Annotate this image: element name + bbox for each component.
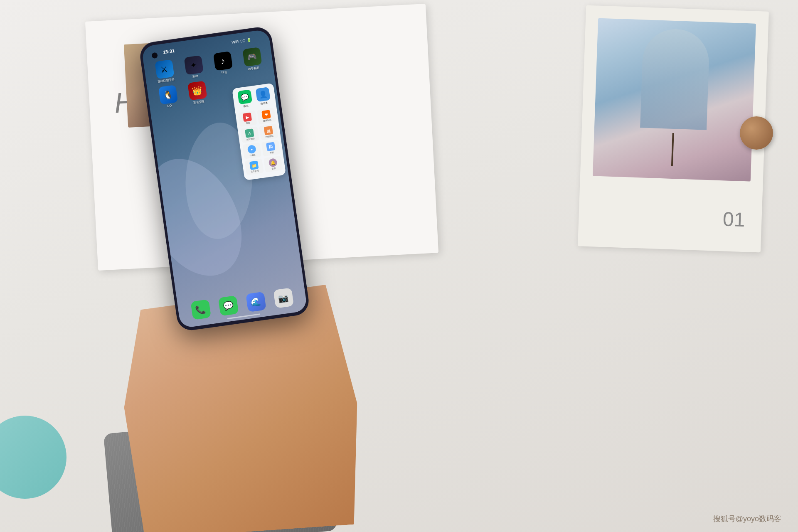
camera-icon: 📷 xyxy=(278,292,289,303)
pubg-label: 和平精英 xyxy=(248,66,260,71)
bell-icon: 🔔 xyxy=(268,158,278,167)
battery-icon: 🔋 xyxy=(246,38,251,42)
tiktok-icon: ♪ xyxy=(220,56,225,66)
app-icon-genshin[interactable]: ✦ 原神 xyxy=(180,54,209,80)
app-icon-qq-img: 🐧 xyxy=(158,85,177,104)
contacts-icon: 👤 xyxy=(258,90,267,99)
panel-photos[interactable]: 🖼 相册 xyxy=(261,140,281,157)
wechat-icon: 💬 xyxy=(240,92,249,101)
files-icon-sym: 📁 xyxy=(251,163,257,168)
contacts-label: 电话本 xyxy=(260,101,268,106)
dock-camera[interactable]: 📷 xyxy=(273,288,294,308)
app-icon-hok-img: 👑 xyxy=(187,81,207,100)
dock-messages[interactable]: 💬 xyxy=(218,296,239,316)
pubg-icon: 🎮 xyxy=(247,52,257,62)
panel-health[interactable]: ❤ 健康运动 xyxy=(257,108,276,125)
brown-cylinder-decoration xyxy=(740,116,773,150)
theme-icon: 🌊 xyxy=(250,296,261,308)
hok-icon: 👑 xyxy=(191,85,203,96)
wechat-label: 微信 xyxy=(244,104,249,108)
panel-miniapp[interactable]: ▦ 小程序站 xyxy=(259,123,278,140)
photos-label: 相册 xyxy=(269,151,274,154)
panel-contacts[interactable]: 👤 电话本 xyxy=(256,87,271,106)
miniapp-label: 小程序站 xyxy=(265,135,274,138)
qq-label: QQ xyxy=(167,104,172,107)
wifi-icon: WiFi xyxy=(232,39,239,44)
status-icons: WiFi 5G 🔋 xyxy=(232,38,251,44)
app-icon-hok[interactable]: 👑 王者荣耀 xyxy=(183,80,212,106)
video-icon: ▶ xyxy=(243,113,252,122)
panel-translate[interactable]: A 实时翻译 xyxy=(240,126,259,143)
contacts-circle: 👤 xyxy=(256,87,271,102)
messages-icon: 💬 xyxy=(222,300,234,311)
app-icon-lol[interactable]: ⚔ 英雄联盟手游 xyxy=(150,59,179,84)
panel-row-4: 📁 文件管理 🔔 音量 xyxy=(244,156,283,175)
signal-icon: 5G xyxy=(240,39,246,44)
lol-icon: ⚔ xyxy=(160,64,169,74)
health-icon: ❤ xyxy=(261,110,271,119)
video-icon-sym: ▶ xyxy=(245,115,249,120)
photos-icon: 🖼 xyxy=(266,142,276,151)
status-time: 15:31 xyxy=(163,48,175,55)
calc-icon-sym: ● xyxy=(251,147,253,151)
app-icon-tiktok[interactable]: ♪ 抖音 xyxy=(209,51,238,76)
paper-number: 01 xyxy=(722,207,745,231)
photos-icon-sym: 🖼 xyxy=(268,144,273,149)
calc-label: 计算器 xyxy=(249,153,256,157)
hok-label: 王者荣耀 xyxy=(193,99,205,105)
video-label: 视频 xyxy=(246,121,251,124)
tiktok-label: 抖音 xyxy=(221,70,227,75)
translate-icon: A xyxy=(245,128,254,138)
bell-icon-sym: 🔔 xyxy=(270,160,276,165)
panel-wechat[interactable]: 💬 微信 xyxy=(237,89,253,109)
watermark: 搜狐号@yoyo数码客 xyxy=(713,514,781,524)
genshin-label: 原神 xyxy=(192,74,198,79)
bell-label: 音量 xyxy=(271,167,276,170)
health-label: 健康运动 xyxy=(263,118,271,122)
arch-photo xyxy=(593,18,756,182)
panel-calc[interactable]: ● 计算器 xyxy=(242,142,261,159)
app-icon-lol-img: ⚔ xyxy=(155,59,174,79)
qq-icon: 🐧 xyxy=(162,89,174,100)
files-icon: 📁 xyxy=(249,160,259,170)
wechat-circle: 💬 xyxy=(237,89,252,104)
panel-top-row: 💬 微信 👤 电话本 xyxy=(235,86,273,109)
genshin-icon: ✦ xyxy=(190,60,197,70)
app-icon-genshin-img: ✦ xyxy=(184,55,203,75)
dock-phone[interactable]: 📞 xyxy=(190,299,211,320)
panel-video[interactable]: ▶ 视频 xyxy=(238,110,257,127)
miniapp-icon: ▦ xyxy=(264,126,273,135)
app-icon-tiktok-img: ♪ xyxy=(213,51,232,71)
files-label: 文件管理 xyxy=(251,169,259,173)
panel-bell[interactable]: 🔔 音量 xyxy=(264,156,283,173)
translate-label: 实时翻译 xyxy=(246,137,255,141)
calc-icon: ● xyxy=(247,145,256,154)
translate-icon-sym: A xyxy=(248,131,251,136)
app-icon-pubg[interactable]: 🎮 和平精英 xyxy=(238,47,267,72)
miniapp-icon-sym: ▦ xyxy=(266,128,271,133)
health-icon-sym: ❤ xyxy=(264,112,268,117)
app-icon-qq[interactable]: 🐧 QQ xyxy=(154,84,183,110)
panel-files[interactable]: 📁 文件管理 xyxy=(244,158,264,175)
app-icon-pubg-img: 🎮 xyxy=(242,47,262,66)
dock-theme[interactable]: 🌊 xyxy=(246,292,266,313)
phone-call-icon: 📞 xyxy=(195,304,207,315)
